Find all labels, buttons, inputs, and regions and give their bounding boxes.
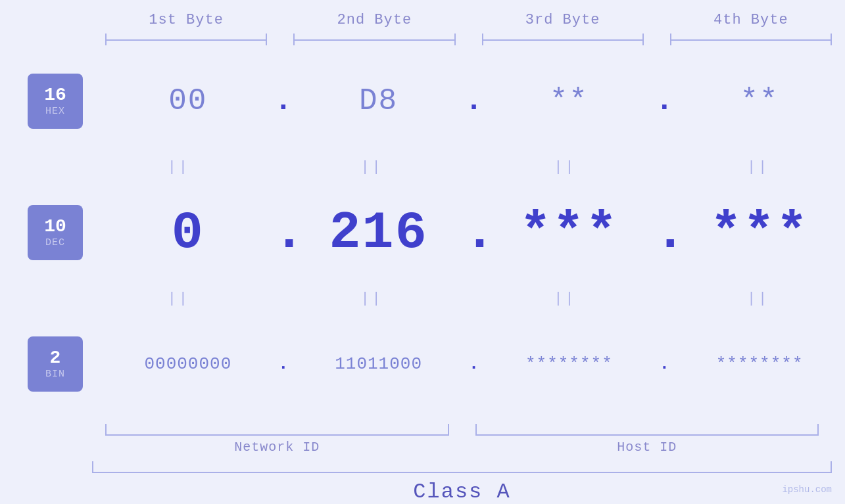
hex-byte-3: **	[484, 84, 655, 118]
bin-badge-number: 2	[50, 348, 61, 369]
byte-header-1: 1st Byte	[92, 12, 280, 28]
hex-bytes: 00 . D8 . ** . **	[103, 84, 845, 118]
dec-byte-2: 216	[293, 203, 464, 263]
dec-byte-4: ***	[674, 203, 845, 263]
id-bracket-row: Network ID Host ID	[92, 424, 832, 455]
dec-dot-3: .	[654, 203, 674, 263]
dec-dot-1: .	[274, 203, 293, 263]
hex-dot-2: .	[464, 84, 484, 118]
bin-byte-1: 00000000	[103, 354, 274, 374]
hex-badge-label: HEX	[45, 106, 65, 117]
eq2-3: ||	[479, 290, 652, 307]
class-bracket	[92, 461, 832, 473]
network-id-bracket	[105, 424, 449, 436]
watermark: ipshu.com	[782, 484, 832, 495]
bin-dot-1: .	[274, 354, 293, 374]
network-id-label: Network ID	[234, 440, 320, 455]
id-brackets-area: Network ID Host ID Class A	[92, 424, 832, 504]
bracket-1	[105, 34, 267, 45]
byte-header-4: 4th Byte	[657, 12, 845, 28]
equals-row-1: || || || ||	[92, 157, 845, 177]
byte-header-3: 3rd Byte	[469, 12, 657, 28]
eq2-2: ||	[285, 290, 459, 307]
dec-byte-1: 0	[103, 203, 274, 263]
byte-header-2: 2nd Byte	[280, 12, 468, 28]
network-id-section: Network ID	[92, 424, 462, 455]
dec-bytes: 0 . 216 . *** . ***	[103, 203, 845, 263]
bracket-3	[482, 34, 644, 45]
eq2-4: ||	[671, 290, 845, 307]
bin-byte-4: ********	[674, 354, 845, 374]
eq2-1: ||	[92, 290, 266, 307]
bracket-4	[670, 34, 832, 45]
hex-dot-1: .	[274, 84, 293, 118]
host-id-label: Host ID	[617, 440, 677, 455]
dec-dot-2: .	[464, 203, 484, 263]
bin-bytes: 00000000 . 11011000 . ******** . *******…	[103, 354, 845, 374]
bin-row: 2 BIN 00000000 . 11011000 . ******** . *…	[0, 308, 845, 420]
dec-badge-number: 10	[44, 217, 66, 237]
bin-badge-label: BIN	[45, 369, 65, 380]
hex-badge: 16 HEX	[28, 74, 83, 129]
host-id-section: Host ID	[462, 424, 833, 455]
hex-byte-4: **	[674, 84, 845, 118]
bin-byte-2: 11011000	[293, 354, 464, 374]
dec-byte-3: ***	[484, 203, 655, 263]
dec-badge: 10 DEC	[28, 205, 83, 260]
hex-badge-number: 16	[44, 85, 66, 106]
class-label: Class A	[92, 480, 832, 504]
bracket-2	[293, 34, 455, 45]
hex-dot-3: .	[654, 84, 674, 118]
bin-dot-2: .	[464, 354, 484, 374]
eq1-1: ||	[92, 159, 266, 175]
top-brackets	[92, 34, 845, 45]
eq1-2: ||	[285, 159, 459, 175]
host-id-bracket	[475, 424, 819, 436]
eq1-3: ||	[479, 159, 652, 175]
main-container: 1st Byte 2nd Byte 3rd Byte 4th Byte 16 H…	[0, 0, 845, 504]
hex-byte-1: 00	[103, 84, 274, 118]
dec-row: 10 DEC 0 . 216 . *** . ***	[0, 177, 845, 288]
dec-badge-label: DEC	[45, 237, 65, 248]
hex-byte-2: D8	[293, 84, 464, 118]
eq1-4: ||	[671, 159, 845, 175]
byte-headers: 1st Byte 2nd Byte 3rd Byte 4th Byte	[92, 0, 845, 28]
equals-row-2: || || || ||	[92, 288, 845, 308]
bin-dot-3: .	[654, 354, 674, 374]
bin-badge: 2 BIN	[28, 336, 83, 392]
hex-row: 16 HEX 00 . D8 . ** . **	[0, 45, 845, 157]
bin-byte-3: ********	[484, 354, 655, 374]
